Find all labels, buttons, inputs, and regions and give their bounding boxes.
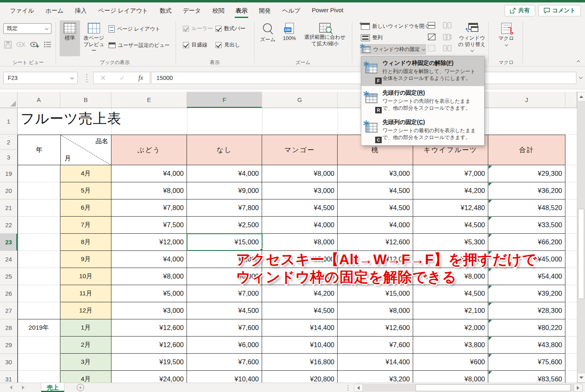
synchronous-scrolling-button[interactable]	[443, 33, 452, 42]
row-header-28[interactable]: 28	[0, 319, 18, 337]
cell-F29[interactable]: ¥6,000	[187, 337, 262, 354]
cell-J26[interactable]: ¥39,200	[488, 285, 565, 302]
cell-J27[interactable]: ¥28,300	[488, 302, 565, 319]
row-header-20[interactable]: 20	[0, 182, 18, 199]
vertical-scrollbar[interactable]	[577, 92, 585, 383]
scroll-up-button[interactable]	[577, 92, 585, 102]
tab-area-splitter[interactable]	[347, 385, 349, 391]
cell-A30[interactable]	[18, 354, 60, 371]
cell-J20[interactable]: ¥36,200	[488, 182, 565, 199]
cell-B24[interactable]: 9月	[60, 251, 111, 268]
ribbon-tab-ページ レイアウト[interactable]: ページ レイアウト	[93, 3, 154, 18]
cell-J21[interactable]: ¥48,520	[488, 199, 565, 217]
ribbon-tab-データ[interactable]: データ	[177, 3, 207, 18]
cell-H29[interactable]: ¥7,600	[338, 337, 413, 354]
sheet-nav-next-icon[interactable]	[22, 385, 24, 390]
cell-G26[interactable]: ¥4,200	[262, 285, 338, 302]
cell-B27[interactable]: 12月	[60, 302, 111, 319]
column-header-G[interactable]: G	[262, 92, 338, 108]
sheet-nav-prev-icon[interactable]	[10, 385, 12, 390]
cell-B19[interactable]: 4月	[60, 165, 111, 182]
comments-button[interactable]: コメント	[538, 5, 581, 16]
product-header-6[interactable]: 合計	[488, 135, 565, 165]
cell-F19[interactable]: ¥4,000	[187, 165, 262, 182]
row-header-30[interactable]: 30	[0, 354, 18, 371]
cell-B25[interactable]: 10月	[60, 268, 111, 285]
empty-cell[interactable]	[565, 268, 577, 285]
cell-E25[interactable]: ¥8,000	[111, 268, 187, 285]
new-sheet-view-icon[interactable]	[30, 41, 40, 48]
select-all-corner[interactable]	[0, 92, 18, 108]
ribbon-tab-ホーム[interactable]: ホーム	[40, 3, 69, 18]
cell-J28[interactable]: ¥80,220	[488, 319, 565, 337]
cell-E24[interactable]: ¥4,000	[111, 251, 187, 268]
cell-G22[interactable]: ¥4,000	[262, 217, 338, 234]
sheet-title-cell[interactable]: フルーツ売上表	[20, 109, 121, 133]
menu-item-C[interactable]: C先頭列の固定(C)ワークシートの最初の列を表示したままで、他の部分をスクロール…	[361, 115, 484, 145]
cell-I21[interactable]: ¥12,480	[413, 199, 488, 217]
formula-bar-splitter[interactable]	[86, 74, 88, 82]
zoom-button[interactable]: ズーム	[258, 20, 278, 56]
menu-item-R[interactable]: R先頭行の固定(R)ワークシートの先頭行を表示したままで、他の部分をスクロールで…	[361, 86, 484, 116]
empty-cell[interactable]	[565, 108, 577, 135]
expand-formula-bar-icon[interactable]	[579, 75, 582, 79]
horizontal-scrollbar[interactable]	[354, 384, 583, 392]
cell-G29[interactable]: ¥10,400	[262, 337, 338, 354]
scroll-down-button[interactable]	[577, 373, 585, 383]
headings-checkbox[interactable]: 見出し	[216, 41, 240, 49]
cell-B26[interactable]: 11月	[60, 285, 111, 302]
empty-cell[interactable]	[565, 182, 577, 199]
cell-B28[interactable]: 1月	[60, 319, 111, 337]
cell-E19[interactable]: ¥4,000	[111, 165, 187, 182]
sheet-view-options-icon[interactable]	[44, 41, 51, 48]
share-button[interactable]: 共有	[505, 5, 535, 16]
row-header-23[interactable]: 23	[0, 234, 18, 251]
cell-F28[interactable]: ¥7,600	[187, 319, 262, 337]
cell-J19[interactable]: ¥29,300	[488, 165, 565, 182]
row-header-27[interactable]: 27	[0, 302, 18, 319]
cell-I20[interactable]: ¥4,200	[413, 182, 488, 199]
formula-bar-checkbox[interactable]: 数式バー	[216, 25, 245, 32]
cell-J25[interactable]: ¥54,400	[488, 268, 565, 285]
cell-G19[interactable]: ¥8,000	[262, 165, 338, 182]
diagonal-header-cell[interactable]: 品名 月	[60, 135, 111, 165]
year-header-cell[interactable]: 年	[18, 135, 60, 165]
cell-B20[interactable]: 5月	[60, 182, 111, 199]
ribbon-tab-Power Pivot[interactable]: Power Pivot	[306, 3, 349, 18]
horizontal-scroll-thumb[interactable]	[416, 384, 571, 391]
cell-F27[interactable]: ¥4,500	[187, 302, 262, 319]
split-button[interactable]	[428, 22, 435, 29]
new-window-button[interactable]: + 新しいウィンドウを開く	[361, 21, 429, 31]
cell-E22[interactable]: ¥7,500	[111, 217, 187, 234]
cell-A27[interactable]	[18, 302, 60, 319]
cell-A19[interactable]	[18, 165, 60, 182]
cell-A25[interactable]	[18, 268, 60, 285]
new-sheet-button[interactable]: +	[77, 384, 84, 391]
empty-cell[interactable]	[565, 251, 577, 268]
cell-H23[interactable]: ¥12,600	[338, 234, 413, 251]
cell-E20[interactable]: ¥8,000	[111, 182, 187, 199]
ribbon-tab-ファイル[interactable]: ファイル	[4, 3, 40, 18]
switch-windows-button[interactable]: ウィンドウの 切り替え	[456, 20, 487, 56]
cell-H27[interactable]: ¥8,000	[338, 302, 413, 319]
cell-G21[interactable]: ¥4,500	[262, 199, 338, 217]
sheet-view-preset-dropdown[interactable]: 既定	[3, 23, 51, 34]
cell-H20[interactable]: ¥4,500	[338, 182, 413, 199]
cell-I29[interactable]: ¥3,800	[413, 337, 488, 354]
cell-I19[interactable]: ¥7,000	[413, 165, 488, 182]
arrange-all-button[interactable]: 整列	[361, 33, 383, 42]
cell-J23[interactable]: ¥66,200	[488, 234, 565, 251]
selected-cell-border[interactable]	[187, 233, 262, 251]
reset-window-position-button[interactable]	[443, 45, 452, 53]
empty-cell[interactable]	[565, 165, 577, 182]
row-header-29[interactable]: 29	[0, 337, 18, 354]
product-header-1[interactable]: ぶどう	[111, 135, 187, 165]
row-header-3[interactable]: 3	[0, 150, 18, 165]
row-header-1[interactable]: 1	[0, 108, 18, 135]
cell-E23[interactable]: ¥12,000	[111, 234, 187, 251]
cell-G20[interactable]: ¥3,000	[262, 182, 338, 199]
cell-F30[interactable]: ¥7,600	[187, 354, 262, 371]
cancel-icon[interactable]: ✕	[100, 74, 106, 82]
unhide-window-button[interactable]	[428, 45, 435, 51]
column-header-B[interactable]: B	[60, 92, 111, 108]
